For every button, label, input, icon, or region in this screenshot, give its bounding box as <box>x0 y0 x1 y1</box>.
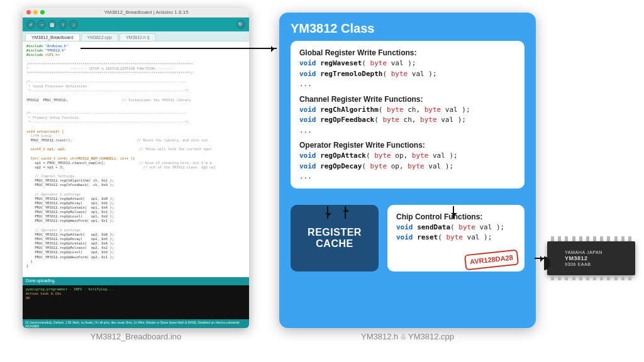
file-tabs: YM3812_Breadboard YM3812.cpp YM3812.h § <box>23 31 249 41</box>
fn-reset: void reset( byte val ); <box>396 233 516 243</box>
output-console[interactable]: pymcuprog.programmer - INFO - Verifying.… <box>23 285 249 319</box>
tab-breadboard[interactable]: YM3812_Breadboard <box>25 33 80 41</box>
tab-h[interactable]: YM3812.h § <box>119 33 156 41</box>
verify-button[interactable]: ✓ <box>26 20 35 29</box>
register-functions-card: Global Register Write Functions: void re… <box>291 41 525 189</box>
arrow-card-to-cache-down <box>327 206 328 219</box>
arrow-cache-to-card-up <box>345 206 346 219</box>
arrow-class-to-chip <box>535 258 546 259</box>
tab-cpp[interactable]: YM3812.cpp <box>81 33 118 41</box>
class-panel: YM3812 Class Global Register Write Funct… <box>279 13 536 328</box>
mcu-stamp: AVR128DA28 <box>464 250 519 270</box>
save-button[interactable]: ↓ <box>69 20 78 29</box>
code-editor[interactable]: #include "Arduino.h" #include "YM3812.h"… <box>23 41 249 277</box>
fn-regopattack: void regOpAttack( byte op, byte val ); <box>299 151 516 162</box>
serial-monitor-button[interactable]: 🔍 <box>236 20 245 29</box>
ide-toolbar: ✓ → ▦ ↑ ↓ 🔍 <box>23 18 249 31</box>
fn-regopdecay: void regOpDecay( byte op, byte val ); <box>299 162 516 172</box>
operator-header: Operator Register Write Functions: <box>299 140 516 151</box>
ym3812-chip: YAMAHA JAPAN YM3812 9306 EAAB <box>547 236 635 280</box>
caption-class-files: YM3812.h & YM3812.cpp <box>279 332 536 341</box>
window-title: YM3812_Breadboard | Arduino 1.8.15 <box>47 9 245 15</box>
upload-status: Done uploading. <box>23 277 249 285</box>
status-bar: 22 (recommended), Default, 1.5K flash, n… <box>23 319 249 328</box>
ellipsis: ... <box>299 79 516 90</box>
channel-header: Channel Register Write Functions: <box>299 94 516 105</box>
ellipsis: ... <box>299 126 516 136</box>
caption-ide-filename: YM3812_Breadboard.ino <box>23 332 249 341</box>
chip-pins-top <box>551 236 631 241</box>
zoom-icon[interactable] <box>40 10 45 14</box>
chip-body: YAMAHA JAPAN YM3812 9306 EAAB <box>547 241 635 275</box>
fn-senddata: void sendData( byte val ); <box>396 222 516 233</box>
open-button[interactable]: ↑ <box>58 20 67 29</box>
chip-lot: 9306 EAAB <box>565 261 635 267</box>
arrow-card-to-chipfn-down <box>453 206 454 219</box>
fn-regopfeedback: void regOpFeedback( byte ch, byte val ); <box>299 115 516 126</box>
arduino-ide-window: YM3812_Breadboard | Arduino 1.8.15 ✓ → ▦… <box>23 8 249 328</box>
fn-regtremolodepth: void regTremoloDepth( byte val ); <box>299 69 516 80</box>
window-titlebar: YM3812_Breadboard | Arduino 1.8.15 <box>23 8 249 18</box>
arrow-code-to-class <box>80 48 277 49</box>
fn-regwaveset: void regWaveset( byte val ); <box>299 58 516 69</box>
register-cache-box: REGISTERCACHE <box>291 205 379 272</box>
class-title: YM3812 Class <box>291 21 525 36</box>
chip-part: YM3812 <box>565 255 635 261</box>
minimize-icon[interactable] <box>33 10 38 14</box>
chip-pins-bottom <box>551 275 631 280</box>
ellipsis: ... <box>299 172 516 182</box>
global-header: Global Register Write Functions: <box>299 47 516 58</box>
new-button[interactable]: ▦ <box>48 20 57 29</box>
close-icon[interactable] <box>26 10 31 14</box>
fn-regchalgorithm: void regChAlgorithm( byte ch, byte val )… <box>299 105 516 116</box>
upload-button[interactable]: → <box>37 20 46 29</box>
chip-brand: YAMAHA JAPAN <box>565 250 635 255</box>
